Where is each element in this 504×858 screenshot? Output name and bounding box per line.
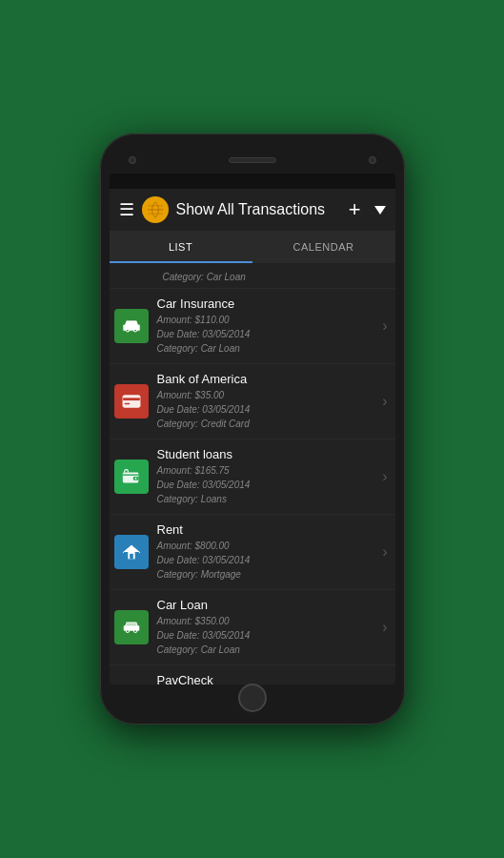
transaction-item[interactable]: Bank of America Amount: $35.00 Due Date:… <box>110 364 395 439</box>
car-icon <box>114 309 149 343</box>
chevron-right-icon: › <box>374 317 394 335</box>
transaction-details: Rent Amount: $800.00 Due Date: 03/05/201… <box>153 515 375 589</box>
category-label: Category: Credit Card <box>157 417 372 431</box>
transaction-item[interactable]: $ PayCheck Amount: $1,500.00 Due Date: 0… <box>110 665 395 684</box>
transaction-icon-car-loan <box>110 597 153 658</box>
transaction-item[interactable]: Car Insurance Amount: $110.00 Due Date: … <box>110 289 395 364</box>
amount-label: Amount: $110.00 <box>157 313 372 327</box>
tab-active-indicator <box>110 261 252 263</box>
phone-bottom <box>110 684 395 711</box>
speaker-grille <box>229 157 276 163</box>
nav-title: Show All Transactions <box>176 201 349 218</box>
filter-button[interactable] <box>374 201 386 218</box>
chevron-right-icon: › <box>374 393 394 410</box>
transaction-item[interactable]: Car Loan Amount: $350.00 Due Date: 03/05… <box>110 590 395 665</box>
house-icon <box>114 535 149 569</box>
svg-rect-16 <box>130 554 133 560</box>
transaction-meta: Amount: $165.75 Due Date: 03/05/2014 Cat… <box>157 463 372 506</box>
transaction-item[interactable]: Rent Amount: $800.00 Due Date: 03/05/201… <box>110 515 395 590</box>
transaction-name: PayCheck <box>157 673 372 684</box>
amount-label: Amount: $35.00 <box>157 388 372 402</box>
category-label: Category: Loans <box>157 492 372 506</box>
category-label: Category: Mortgage <box>157 567 372 582</box>
svg-point-19 <box>126 630 128 632</box>
amount-label: Amount: $800.00 <box>157 539 372 553</box>
menu-icon[interactable]: ☰ <box>119 199 134 220</box>
chevron-right-icon: › <box>374 468 394 485</box>
svg-rect-22 <box>126 623 136 625</box>
transaction-details: Car Insurance Amount: $110.00 Due Date: … <box>153 289 375 363</box>
transaction-details: Bank of America Amount: $35.00 Due Date:… <box>153 364 375 439</box>
transaction-name: Car Loan <box>157 598 372 612</box>
svg-rect-7 <box>123 325 139 330</box>
credit-card-icon <box>114 384 149 419</box>
chevron-right-icon: › <box>374 619 394 636</box>
front-camera <box>129 156 136 164</box>
transaction-icon-car-insurance <box>110 296 153 357</box>
tab-bar: LIST CALENDAR <box>110 231 395 263</box>
status-bar <box>110 174 395 189</box>
wallet-icon <box>114 460 149 494</box>
transaction-details: Car Loan Amount: $350.00 Due Date: 03/05… <box>153 590 375 664</box>
transaction-icon-rent <box>110 521 153 582</box>
partial-top-category: Category: Car Loan <box>163 272 246 282</box>
category-label: Category: Car Loan <box>157 341 372 356</box>
tab-list[interactable]: LIST <box>110 231 252 263</box>
car-icon <box>114 610 149 644</box>
phone-top-bar <box>110 147 395 174</box>
transaction-meta: Amount: $110.00 Due Date: 03/05/2014 Cat… <box>157 313 372 356</box>
transaction-item[interactable]: Student loans Amount: $165.75 Due Date: … <box>110 439 395 515</box>
due-date-label: Due Date: 03/05/2014 <box>157 478 372 492</box>
transaction-icon-paycheck1: $ <box>110 672 153 684</box>
app-logo <box>142 196 169 223</box>
transaction-list: Car Insurance Amount: $110.00 Due Date: … <box>110 289 395 684</box>
transaction-icon-bank <box>110 371 153 432</box>
phone-screen: ☰ Show All Transactions + LIST <box>110 174 395 684</box>
transaction-name: Bank of America <box>157 372 372 386</box>
svg-rect-10 <box>124 403 130 404</box>
sensor <box>369 156 376 164</box>
due-date-label: Due Date: 03/05/2014 <box>157 327 372 341</box>
basketball-logo-icon <box>146 200 165 219</box>
top-nav: ☰ Show All Transactions + <box>110 189 395 231</box>
svg-rect-8 <box>122 396 139 408</box>
transaction-name: Rent <box>157 522 372 537</box>
due-date-label: Due Date: 03/05/2014 <box>157 402 372 417</box>
phone-frame: ☰ Show All Transactions + LIST <box>100 133 405 725</box>
transaction-meta: Amount: $350.00 Due Date: 03/05/2014 Cat… <box>157 614 372 657</box>
transaction-name: Car Insurance <box>157 296 372 311</box>
svg-point-6 <box>134 330 136 332</box>
svg-rect-17 <box>123 625 139 631</box>
svg-rect-9 <box>122 398 139 400</box>
svg-point-14 <box>134 478 136 480</box>
home-button[interactable] <box>238 684 267 712</box>
partial-top-item: Category: Car Loan <box>110 263 395 289</box>
transaction-name: Student loans <box>157 447 372 461</box>
category-label: Category: Car Loan <box>157 643 372 657</box>
transaction-details: PayCheck Amount: $1,500.00 Due Date: 02/… <box>153 665 375 684</box>
add-transaction-button[interactable]: + <box>349 199 361 220</box>
chevron-right-icon: › <box>374 543 394 561</box>
transaction-icon-student <box>110 446 153 507</box>
svg-point-21 <box>134 630 136 632</box>
svg-point-4 <box>126 330 128 332</box>
transaction-meta: Amount: $35.00 Due Date: 03/05/2014 Cate… <box>157 388 372 431</box>
tab-calendar[interactable]: CALENDAR <box>252 231 395 263</box>
transaction-meta: Amount: $800.00 Due Date: 03/05/2014 Cat… <box>157 539 372 582</box>
amount-label: Amount: $165.75 <box>157 463 372 478</box>
amount-label: Amount: $350.00 <box>157 614 372 628</box>
due-date-label: Due Date: 03/05/2014 <box>157 628 372 643</box>
due-date-label: Due Date: 03/05/2014 <box>157 553 372 567</box>
transaction-details: Student loans Amount: $165.75 Due Date: … <box>153 439 375 514</box>
